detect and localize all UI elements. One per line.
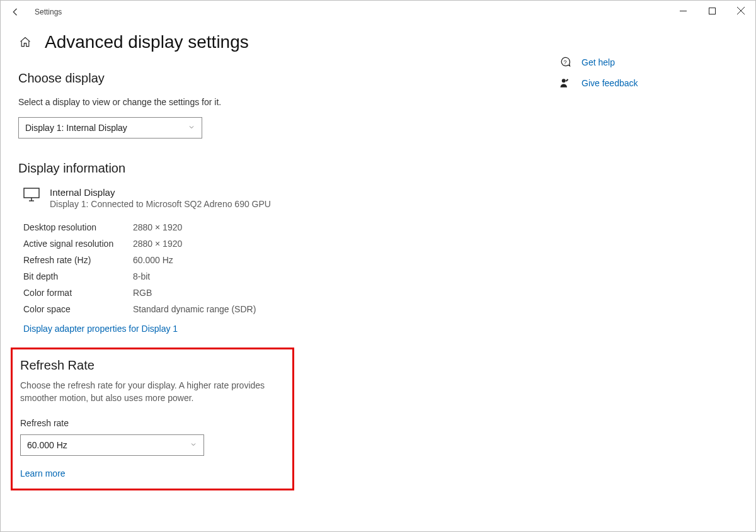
window-frame: Settings Advanced display settings Choos… xyxy=(0,0,756,532)
maximize-icon xyxy=(709,8,716,14)
learn-more-link[interactable]: Learn more xyxy=(20,468,66,478)
display-info-heading: Display information xyxy=(18,161,529,176)
display-connection: Display 1: Connected to Microsoft SQ2 Ad… xyxy=(50,199,271,209)
spec-value: Standard dynamic range (SDR) xyxy=(133,301,256,317)
spec-key: Refresh rate (Hz) xyxy=(23,252,133,268)
give-feedback-link[interactable]: Give feedback xyxy=(581,78,638,88)
close-button[interactable] xyxy=(726,1,755,21)
spec-value: RGB xyxy=(133,285,152,301)
monitor-icon xyxy=(23,187,40,204)
svg-rect-4 xyxy=(24,188,39,198)
spec-value: 60.000 Hz xyxy=(133,252,173,268)
feedback-icon xyxy=(559,77,571,89)
page-header: Advanced display settings xyxy=(18,23,529,71)
spec-value: 2880 × 1920 xyxy=(133,235,182,252)
app-title: Settings xyxy=(31,8,62,16)
back-arrow-icon xyxy=(10,6,21,18)
home-button[interactable] xyxy=(18,36,32,48)
spec-row: Active signal resolution2880 × 1920 xyxy=(18,235,529,252)
spec-key: Color space xyxy=(23,301,133,317)
display-selector-value: Display 1: Internal Display xyxy=(25,123,127,133)
help-sidebar: ? Get help Give feedback xyxy=(559,23,723,490)
choose-display-heading: Choose display xyxy=(18,71,529,86)
spec-key: Active signal resolution xyxy=(23,235,133,252)
choose-display-subtext: Select a display to view or change the s… xyxy=(18,97,529,107)
spec-row: Color formatRGB xyxy=(18,285,529,301)
minimize-button[interactable] xyxy=(668,1,697,21)
refresh-rate-description: Choose the refresh rate for your display… xyxy=(20,379,285,404)
refresh-rate-label: Refresh rate xyxy=(20,418,285,428)
display-selector[interactable]: Display 1: Internal Display xyxy=(18,117,202,139)
display-information-section: Display information Internal Display Dis… xyxy=(18,161,529,334)
refresh-rate-selector[interactable]: 60.000 Hz xyxy=(20,434,204,456)
get-help-link[interactable]: Get help xyxy=(581,57,615,67)
back-button[interactable] xyxy=(1,1,31,23)
spec-row: Bit depth8-bit xyxy=(18,268,529,285)
svg-rect-1 xyxy=(709,8,715,14)
get-help-icon: ? xyxy=(559,56,571,69)
spec-key: Color format xyxy=(23,285,133,301)
maximize-button[interactable] xyxy=(697,1,726,21)
chevron-down-icon xyxy=(188,123,195,133)
spec-value: 8-bit xyxy=(133,268,150,285)
adapter-properties-link[interactable]: Display adapter properties for Display 1 xyxy=(18,317,178,334)
spec-value: 2880 × 1920 xyxy=(133,219,182,235)
home-icon xyxy=(19,36,32,48)
refresh-rate-heading: Refresh Rate xyxy=(20,358,285,373)
refresh-rate-highlight: Refresh Rate Choose the refresh rate for… xyxy=(11,348,294,490)
choose-display-section: Choose display Select a display to view … xyxy=(18,71,529,139)
minimize-icon xyxy=(680,8,687,14)
titlebar: Settings xyxy=(1,1,755,23)
spec-key: Desktop resolution xyxy=(23,219,133,235)
svg-text:?: ? xyxy=(563,59,566,65)
window-controls xyxy=(668,1,755,21)
page-title: Advanced display settings xyxy=(45,32,249,52)
close-icon xyxy=(737,7,745,14)
svg-point-8 xyxy=(562,79,566,82)
spec-key: Bit depth xyxy=(23,268,133,285)
chevron-down-icon xyxy=(190,440,197,450)
spec-row: Desktop resolution2880 × 1920 xyxy=(18,219,529,235)
display-name: Internal Display xyxy=(50,187,271,198)
spec-row: Refresh rate (Hz)60.000 Hz xyxy=(18,252,529,268)
spec-row: Color spaceStandard dynamic range (SDR) xyxy=(18,301,529,317)
refresh-rate-value: 60.000 Hz xyxy=(27,440,67,450)
